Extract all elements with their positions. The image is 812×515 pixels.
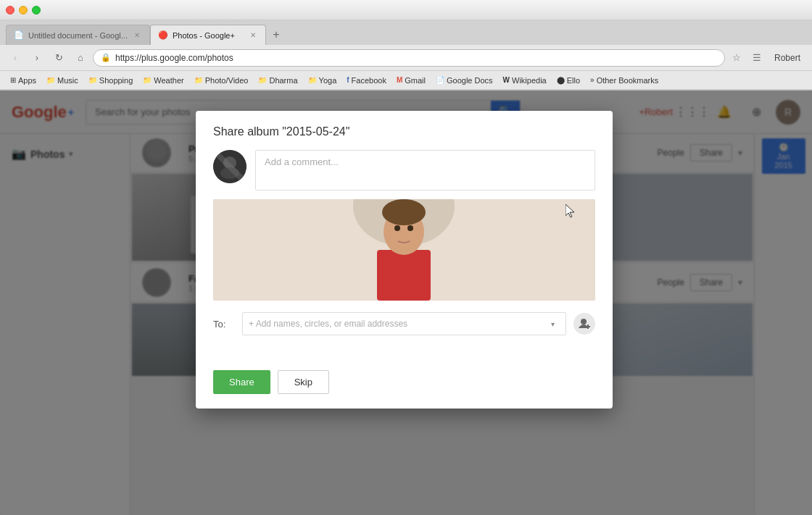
ssl-lock-icon: 🔒 <box>101 53 111 62</box>
user-profile-button[interactable]: Robert <box>768 51 806 64</box>
bookmark-shopping[interactable]: 📁 Shopping <box>84 75 138 86</box>
bookmark-wikipedia[interactable]: W Wikipedia <box>499 75 551 86</box>
dialog-body: Add a comment... <box>196 150 613 361</box>
bookmark-google-docs[interactable]: 📄 Google Docs <box>431 75 497 86</box>
nav-right: ☆ ☰ Robert <box>728 49 806 67</box>
bookmark-google-docs-label: Google Docs <box>447 76 493 85</box>
bookmark-other-label: Other Bookmarks <box>597 76 659 85</box>
bookmark-apps[interactable]: ⊞ Apps <box>6 75 41 86</box>
preview-image <box>213 199 595 301</box>
folder-icon: 📁 <box>88 76 97 84</box>
url-text: https://plus.google.com/photos <box>115 53 717 63</box>
add-person-icon <box>578 317 591 330</box>
browser-menu-icon[interactable]: ☰ <box>748 49 766 67</box>
dialog-user-avatar <box>213 150 246 183</box>
bookmark-apps-label: Apps <box>18 76 36 85</box>
bookmark-weather[interactable]: 📁 Weather <box>138 75 188 86</box>
maximize-window-button[interactable] <box>32 6 41 14</box>
folder-icon: 📁 <box>143 76 152 84</box>
bookmark-photo-video-label: Photo/Video <box>205 76 249 85</box>
folder-icon: » <box>590 76 594 84</box>
ello-icon: ⬤ <box>557 76 565 84</box>
bookmark-wikipedia-label: Wikipedia <box>512 76 547 85</box>
bookmark-weather-label: Weather <box>154 76 183 85</box>
wikipedia-icon: W <box>503 76 510 84</box>
folder-icon: 📁 <box>194 76 203 84</box>
bookmark-gmail[interactable]: M Gmail <box>392 75 430 86</box>
tab-favicon-doc: 📄 <box>14 30 24 41</box>
svg-point-9 <box>382 199 426 225</box>
tab-favicon-photos: 🔴 <box>158 30 168 41</box>
share-dialog: Share album "2015-05-24" Add <box>196 111 613 409</box>
bookmark-star-icon[interactable]: ☆ <box>728 49 745 67</box>
comment-input[interactable]: Add a comment... <box>255 150 595 190</box>
photo-preview <box>213 199 595 301</box>
svg-point-12 <box>581 319 587 325</box>
bookmark-music[interactable]: 📁 Music <box>42 75 83 86</box>
close-window-button[interactable] <box>6 6 14 14</box>
back-button[interactable]: ‹ <box>6 49 25 67</box>
forward-button[interactable]: › <box>28 49 46 67</box>
tab-bar: 📄 Untitled document - Googl... ✕ 🔴 Photo… <box>0 20 812 45</box>
bookmark-yoga-label: Yoga <box>319 76 337 85</box>
avatar-svg <box>213 150 246 183</box>
apps-icon: ⊞ <box>10 76 16 84</box>
recipients-dropdown-icon[interactable]: ▾ <box>545 317 560 331</box>
bookmark-other[interactable]: » Other Bookmarks <box>586 75 663 86</box>
dialog-title: Share album "2015-05-24" <box>213 125 349 138</box>
tab-label-photos: Photos - Google+ <box>173 31 235 40</box>
title-bar <box>0 0 812 20</box>
recipients-placeholder: + Add names, circles, or email addresses <box>249 319 541 329</box>
recipients-input[interactable]: + Add names, circles, or email addresses… <box>242 312 566 335</box>
svg-point-10 <box>394 225 400 231</box>
minimize-window-button[interactable] <box>19 6 28 14</box>
bookmark-yoga[interactable]: 📁 Yoga <box>304 75 341 86</box>
browser-chrome: 📄 Untitled document - Googl... ✕ 🔴 Photo… <box>0 0 812 91</box>
page-content: Google+ 🔍 +Robert ⋮⋮⋮ 🔔 ⊕ R 📷 Photos ▾ <box>0 91 812 515</box>
bookmark-ello-label: Ello <box>567 76 580 85</box>
to-row: To: + Add names, circles, or email addre… <box>213 312 595 335</box>
address-bar[interactable]: 🔒 https://plus.google.com/photos <box>93 49 725 67</box>
dialog-footer: Share Skip <box>196 361 613 409</box>
bookmark-gmail-label: Gmail <box>405 76 426 85</box>
bookmark-facebook-label: Facebook <box>352 76 386 85</box>
comment-area: Add a comment... <box>213 150 595 190</box>
folder-icon: 📁 <box>308 76 317 84</box>
bookmarks-bar: ⊞ Apps 📁 Music 📁 Shopping 📁 Weather 📁 Ph… <box>0 71 812 90</box>
home-button[interactable]: ⌂ <box>71 49 90 67</box>
bookmark-photo-video[interactable]: 📁 Photo/Video <box>190 75 253 86</box>
gmail-icon: M <box>397 76 402 84</box>
nav-bar: ‹ › ↻ ⌂ 🔒 https://plus.google.com/photos… <box>0 45 812 71</box>
new-tab-button[interactable]: + <box>266 25 286 45</box>
folder-icon: 📁 <box>258 76 267 84</box>
bookmark-shopping-label: Shopping <box>99 76 133 85</box>
svg-point-11 <box>407 225 413 231</box>
to-label: To: <box>213 319 235 330</box>
bookmark-facebook[interactable]: f Facebook <box>342 75 391 86</box>
comment-placeholder: Add a comment... <box>265 156 339 167</box>
bookmark-dharma[interactable]: 📁 Dharma <box>254 75 302 86</box>
facebook-icon: f <box>347 76 349 84</box>
tab-label-doc: Untitled document - Googl... <box>28 31 128 40</box>
google-docs-icon: 📄 <box>436 76 444 84</box>
tab-photos[interactable]: 🔴 Photos - Google+ ✕ <box>150 25 266 45</box>
dialog-header: Share album "2015-05-24" <box>196 111 613 150</box>
refresh-button[interactable]: ↻ <box>49 49 68 67</box>
share-button[interactable]: Share <box>213 370 270 394</box>
bookmark-dharma-label: Dharma <box>269 76 297 85</box>
tab-untitled-doc[interactable]: 📄 Untitled document - Googl... ✕ <box>6 25 150 45</box>
svg-rect-6 <box>377 250 431 301</box>
bookmark-music-label: Music <box>57 76 78 85</box>
add-people-button[interactable] <box>573 313 595 335</box>
skip-button[interactable]: Skip <box>278 370 329 394</box>
tab-close-photos[interactable]: ✕ <box>248 30 258 41</box>
bookmark-ello[interactable]: ⬤ Ello <box>552 75 584 86</box>
tab-close-doc[interactable]: ✕ <box>132 30 142 41</box>
folder-icon: 📁 <box>46 76 55 84</box>
